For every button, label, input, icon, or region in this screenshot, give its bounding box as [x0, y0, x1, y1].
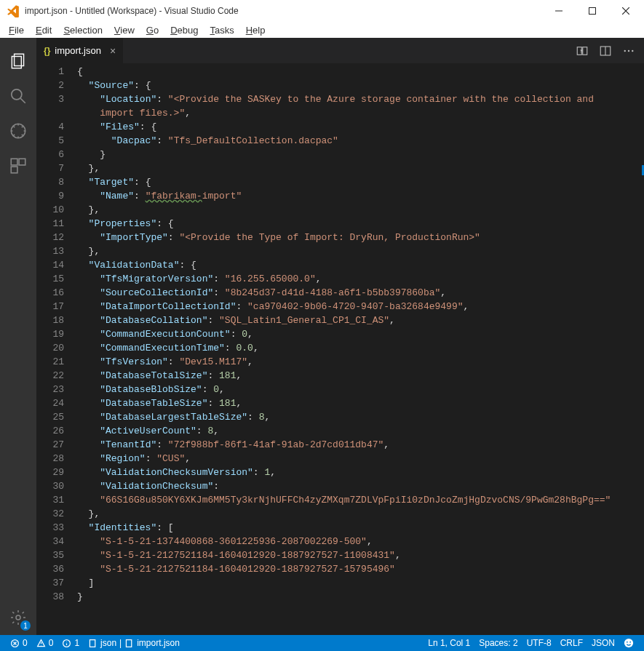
compare-icon[interactable] [576, 44, 589, 57]
svg-rect-6 [19, 159, 25, 165]
status-eol[interactable]: CRLF [556, 635, 587, 651]
debug-icon[interactable] [0, 113, 36, 148]
vscode-icon [4, 2, 22, 20]
status-indent[interactable]: Spaces: 2 [474, 635, 522, 651]
menu-file[interactable]: File [3, 23, 30, 37]
code-content[interactable]: { "Source": { "Location": "<Provide the … [77, 63, 644, 635]
line-number-gutter: 1234567891011121314151617181920212223242… [36, 63, 77, 635]
window-title: import.json - Untitled (Workspace) - Vis… [25, 6, 542, 16]
status-master-path[interactable]: json | import.json [84, 635, 184, 651]
svg-rect-2 [12, 57, 21, 68]
svg-point-4 [11, 124, 25, 138]
extensions-icon[interactable] [0, 148, 36, 183]
svg-point-19 [624, 639, 633, 647]
svg-rect-7 [11, 167, 17, 173]
status-warnings[interactable]: 0 [32, 635, 58, 651]
svg-point-13 [628, 49, 629, 51]
svg-point-8 [16, 615, 20, 620]
explorer-icon[interactable] [0, 44, 36, 79]
code-editor[interactable]: 1234567891011121314151617181920212223242… [36, 63, 644, 635]
menu-debug[interactable]: Debug [164, 23, 204, 37]
svg-rect-17 [90, 639, 95, 647]
status-ln-col[interactable]: Ln 1, Col 1 [424, 635, 474, 651]
json-file-icon: {} [44, 46, 50, 56]
status-errors[interactable]: 0 [6, 635, 32, 651]
svg-rect-10 [583, 47, 587, 55]
status-feedback-icon[interactable] [619, 635, 638, 651]
svg-rect-5 [11, 159, 17, 165]
settings-icon[interactable]: 1 [0, 600, 36, 635]
more-icon[interactable] [622, 44, 635, 57]
settings-badge: 1 [20, 620, 31, 631]
menu-go[interactable]: Go [140, 23, 164, 37]
menu-tasks[interactable]: Tasks [204, 23, 239, 37]
svg-rect-1 [15, 54, 24, 65]
svg-rect-0 [589, 8, 596, 15]
menubar: File Edit Selection View Go Debug Tasks … [0, 22, 644, 38]
activity-bar: 1 [0, 38, 36, 635]
close-button[interactable] [609, 0, 643, 22]
status-encoding[interactable]: UTF-8 [522, 635, 556, 651]
search-icon[interactable] [0, 79, 36, 113]
status-bar: 0 0 1 json | import.json Ln 1, Col 1 Spa… [0, 635, 644, 651]
svg-point-20 [627, 642, 628, 643]
maximize-button[interactable] [576, 0, 609, 22]
svg-point-21 [629, 642, 631, 643]
titlebar: import.json - Untitled (Workspace) - Vis… [0, 0, 644, 22]
status-infos[interactable]: 1 [57, 635, 84, 651]
status-language[interactable]: JSON [587, 635, 619, 651]
split-editor-icon[interactable] [599, 44, 612, 57]
svg-point-3 [12, 89, 22, 100]
svg-point-12 [624, 49, 626, 51]
menu-selection[interactable]: Selection [57, 23, 108, 37]
minimize-button[interactable] [542, 0, 576, 22]
tab-bar: {} import.json × [36, 38, 644, 63]
tab-close-icon[interactable]: × [110, 45, 116, 57]
menu-view[interactable]: View [108, 23, 140, 37]
svg-point-14 [632, 49, 633, 51]
tab-label: import.json [55, 45, 101, 56]
tab-import-json[interactable]: {} import.json × [36, 38, 124, 63]
menu-help[interactable]: Help [240, 23, 271, 37]
menu-edit[interactable]: Edit [30, 23, 57, 37]
svg-rect-9 [577, 47, 581, 55]
svg-rect-18 [127, 639, 132, 647]
